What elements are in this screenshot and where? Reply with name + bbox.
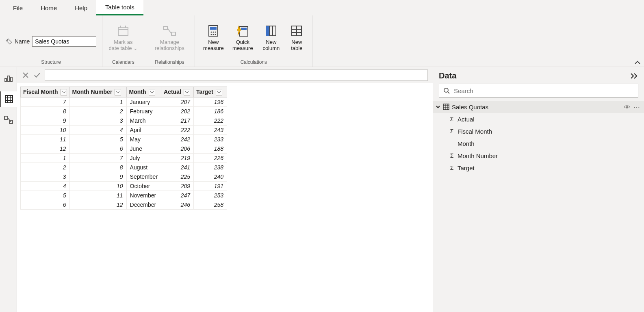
- tab-table-tools[interactable]: Table tools: [96, 0, 143, 15]
- table-name-input[interactable]: [32, 36, 96, 47]
- table-row[interactable]: 17July219226: [21, 154, 227, 163]
- tree-field-fiscal-month[interactable]: ΣFiscal Month: [433, 125, 644, 137]
- cell-actual[interactable]: 246: [161, 200, 194, 210]
- tree-field-actual[interactable]: ΣActual: [433, 113, 644, 125]
- tree-field-month[interactable]: Month: [433, 137, 644, 150]
- tree-table-row[interactable]: Sales Quotas ⋯: [433, 101, 644, 113]
- visibility-icon[interactable]: [624, 104, 630, 110]
- cell-month[interactable]: August: [126, 163, 161, 172]
- table-row[interactable]: 71January207196: [21, 98, 227, 107]
- cell-month-number[interactable]: 9: [69, 172, 126, 182]
- cell-month[interactable]: April: [126, 126, 161, 135]
- cell-actual[interactable]: 219: [161, 154, 194, 163]
- collapse-pane-button[interactable]: [630, 73, 638, 79]
- cell-target[interactable]: 243: [194, 126, 227, 135]
- cell-month-number[interactable]: 7: [69, 154, 126, 163]
- table-row[interactable]: 115May242233: [21, 135, 227, 144]
- cell-target[interactable]: 253: [194, 191, 227, 200]
- cell-target[interactable]: 258: [194, 200, 227, 210]
- cell-month-number[interactable]: 8: [69, 163, 126, 172]
- table-row[interactable]: 82February202186: [21, 107, 227, 116]
- cell-month[interactable]: September: [126, 172, 161, 182]
- cell-fiscal-month[interactable]: 3: [21, 172, 70, 182]
- cell-fiscal-month[interactable]: 2: [21, 163, 70, 172]
- tab-help[interactable]: Help: [66, 0, 96, 15]
- new-measure-button[interactable]: New measure: [201, 24, 226, 52]
- cancel-formula-button[interactable]: [22, 72, 29, 79]
- col-header-month[interactable]: Month: [126, 87, 161, 98]
- tree-field-month-number[interactable]: ΣMonth Number: [433, 150, 644, 162]
- cell-fiscal-month[interactable]: 12: [21, 144, 70, 154]
- more-options-button[interactable]: ⋯: [633, 103, 640, 111]
- cell-actual[interactable]: 207: [161, 98, 194, 107]
- quick-measure-button[interactable]: Quick measure: [230, 24, 255, 52]
- cell-month-number[interactable]: 2: [69, 107, 126, 116]
- cell-month[interactable]: November: [126, 191, 161, 200]
- table-row[interactable]: 104April222243: [21, 126, 227, 135]
- cell-actual[interactable]: 217: [161, 116, 194, 126]
- col-header-month-number[interactable]: Month Number: [69, 87, 126, 98]
- cell-month[interactable]: October: [126, 182, 161, 191]
- filter-dropdown-icon[interactable]: [115, 89, 121, 95]
- cell-month[interactable]: March: [126, 116, 161, 126]
- tree-field-target[interactable]: ΣTarget: [433, 162, 644, 174]
- cell-target[interactable]: 222: [194, 116, 227, 126]
- cell-actual[interactable]: 222: [161, 126, 194, 135]
- cell-target[interactable]: 238: [194, 163, 227, 172]
- formula-input[interactable]: [45, 69, 428, 81]
- cell-month[interactable]: February: [126, 107, 161, 116]
- cell-month-number[interactable]: 11: [69, 191, 126, 200]
- filter-dropdown-icon[interactable]: [184, 89, 190, 95]
- cell-actual[interactable]: 225: [161, 172, 194, 182]
- table-row[interactable]: 511November247253: [21, 191, 227, 200]
- col-header-actual[interactable]: Actual: [161, 87, 194, 98]
- cell-month-number[interactable]: 5: [69, 135, 126, 144]
- cell-target[interactable]: 233: [194, 135, 227, 144]
- table-row[interactable]: 93March217222: [21, 116, 227, 126]
- cell-month[interactable]: December: [126, 200, 161, 210]
- manage-relationships-button[interactable]: Manage relationships: [150, 24, 189, 52]
- cell-month[interactable]: May: [126, 135, 161, 144]
- report-view-button[interactable]: [0, 70, 17, 86]
- table-row[interactable]: 410October209191: [21, 182, 227, 191]
- cell-actual[interactable]: 242: [161, 135, 194, 144]
- cell-month-number[interactable]: 10: [69, 182, 126, 191]
- commit-formula-button[interactable]: [33, 72, 41, 79]
- col-header-fiscal-month[interactable]: Fiscal Month: [21, 87, 70, 98]
- tab-file[interactable]: File: [4, 0, 32, 15]
- col-header-target[interactable]: Target: [194, 87, 227, 98]
- cell-target[interactable]: 186: [194, 107, 227, 116]
- tab-home[interactable]: Home: [32, 0, 66, 15]
- table-row[interactable]: 612December246258: [21, 200, 227, 210]
- table-row[interactable]: 28August241238: [21, 163, 227, 172]
- cell-month-number[interactable]: 1: [69, 98, 126, 107]
- cell-target[interactable]: 188: [194, 144, 227, 154]
- filter-dropdown-icon[interactable]: [61, 89, 67, 95]
- cell-month[interactable]: January: [126, 98, 161, 107]
- cell-target[interactable]: 196: [194, 98, 227, 107]
- cell-month[interactable]: July: [126, 154, 161, 163]
- cell-target[interactable]: 191: [194, 182, 227, 191]
- cell-actual[interactable]: 202: [161, 107, 194, 116]
- mark-as-date-table-button[interactable]: Mark as date table ⌄: [108, 24, 138, 52]
- cell-fiscal-month[interactable]: 7: [21, 98, 70, 107]
- cell-target[interactable]: 240: [194, 172, 227, 182]
- filter-dropdown-icon[interactable]: [216, 89, 222, 95]
- cell-fiscal-month[interactable]: 10: [21, 126, 70, 135]
- cell-month-number[interactable]: 6: [69, 144, 126, 154]
- data-view-button[interactable]: [0, 91, 17, 107]
- cell-actual[interactable]: 206: [161, 144, 194, 154]
- cell-fiscal-month[interactable]: 5: [21, 191, 70, 200]
- collapse-ribbon-button[interactable]: [634, 59, 641, 66]
- new-column-button[interactable]: New column: [259, 24, 283, 52]
- cell-fiscal-month[interactable]: 11: [21, 135, 70, 144]
- cell-month-number[interactable]: 4: [69, 126, 126, 135]
- cell-fiscal-month[interactable]: 6: [21, 200, 70, 210]
- cell-fiscal-month[interactable]: 9: [21, 116, 70, 126]
- cell-fiscal-month[interactable]: 4: [21, 182, 70, 191]
- cell-fiscal-month[interactable]: 8: [21, 107, 70, 116]
- cell-fiscal-month[interactable]: 1: [21, 154, 70, 163]
- cell-actual[interactable]: 247: [161, 191, 194, 200]
- cell-month-number[interactable]: 3: [69, 116, 126, 126]
- filter-dropdown-icon[interactable]: [149, 89, 155, 95]
